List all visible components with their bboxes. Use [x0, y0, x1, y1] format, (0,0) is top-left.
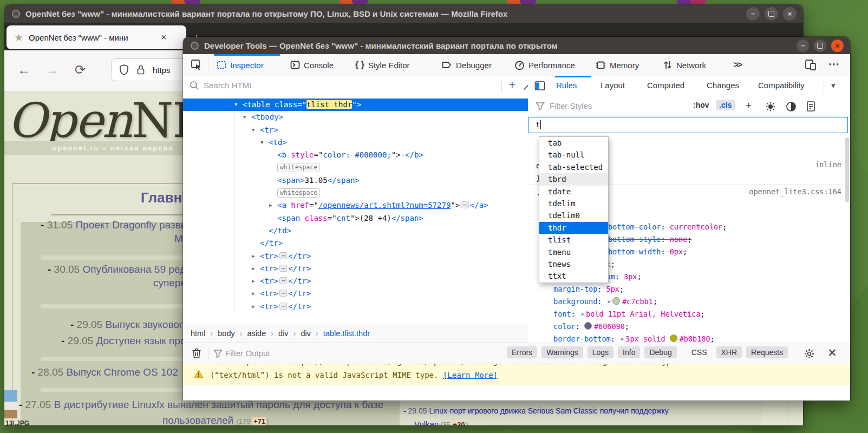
tab-console[interactable]: Console: [290, 54, 334, 76]
news-link[interactable]: Vulkan: [414, 419, 439, 425]
tab-performance[interactable]: Performance: [514, 54, 575, 76]
maximize-button[interactable]: [765, 7, 778, 21]
sidebar-tab-computed[interactable]: Computed: [647, 81, 684, 90]
devtools-menu-icon[interactable]: ⋯: [828, 57, 839, 70]
sidebar-tabs-dropdown-icon[interactable]: ▾: [831, 81, 836, 90]
browser-tab[interactable]: ★ OpenNet без "www" - мини ×: [6, 25, 186, 49]
shield-icon[interactable]: [119, 64, 129, 75]
expand-icon[interactable]: ▶: [252, 287, 254, 300]
autocomplete-item[interactable]: tab-null: [539, 149, 608, 161]
tab-inspector[interactable]: Inspector: [217, 54, 264, 76]
search-html-input[interactable]: Search HTML: [204, 81, 254, 90]
autocomplete-item[interactable]: tdate: [539, 186, 608, 198]
console-filter-errors[interactable]: Errors: [507, 346, 537, 358]
console-settings-gear-icon[interactable]: [804, 348, 815, 359]
breadcrumb-item[interactable]: table.tlist.thdr: [323, 329, 370, 338]
rule-source-link[interactable]: opennet_lite3.css:164: [749, 187, 841, 196]
inline-ellipsis-badge[interactable]: ⋯: [461, 201, 469, 208]
tab-memory[interactable]: Memory: [596, 54, 639, 76]
console-filter-info[interactable]: Info: [618, 346, 640, 358]
autocomplete-item[interactable]: tbrd: [539, 173, 608, 185]
expand-icon[interactable]: ▶: [252, 300, 254, 313]
css-rule-line[interactable]: color: #606090;: [553, 321, 629, 333]
console-filter-warnings[interactable]: Warnings: [541, 346, 583, 358]
news-item-line[interactable]: - 28.05 Выпуск Chrome OS 102: [31, 366, 178, 378]
tab-debugger[interactable]: Debugger: [442, 54, 492, 76]
autocomplete-item[interactable]: tab-selected: [539, 161, 608, 173]
add-node-icon[interactable]: +: [509, 79, 515, 91]
toggle-pane-icon[interactable]: [534, 81, 545, 91]
filter-styles-input[interactable]: Filter Styles: [550, 101, 592, 110]
add-rule-icon[interactable]: +: [746, 100, 752, 111]
sidebar-tab-rules[interactable]: Rules: [556, 81, 577, 90]
console-filter-xhr[interactable]: XHR: [716, 346, 742, 358]
autocomplete-item[interactable]: tnews: [539, 258, 608, 270]
close-button[interactable]: ×: [783, 7, 797, 21]
news-link[interactable]: Выпуск звукового: [105, 319, 188, 330]
minimize-button[interactable]: −: [797, 40, 809, 52]
news-thumbnail-image[interactable]: [4, 390, 17, 418]
dark-theme-icon[interactable]: [786, 101, 797, 112]
breadcrumb-item[interactable]: div: [278, 329, 289, 338]
expand-icon[interactable]: ▶: [252, 263, 254, 275]
rules-scrollbar[interactable]: [845, 137, 849, 202]
overflow-chevron-icon[interactable]: >>: [733, 60, 741, 70]
autocomplete-item[interactable]: tlist: [539, 234, 608, 246]
print-simulation-icon[interactable]: [806, 101, 815, 112]
collapse-icon[interactable]: ▼: [260, 136, 263, 149]
rule-source-link[interactable]: inline: [815, 160, 841, 169]
autocomplete-item[interactable]: tdelim: [539, 198, 608, 209]
lock-icon[interactable]: [136, 64, 145, 75]
breadcrumb-item[interactable]: div: [301, 329, 311, 338]
console-filter-requests[interactable]: Requests: [746, 346, 788, 358]
color-swatch[interactable]: [670, 334, 677, 342]
reload-button[interactable]: ⟳: [75, 62, 86, 77]
learn-more-link[interactable]: [Learn More]: [443, 371, 498, 379]
news-link[interactable]: Linux-порт игрового движка Serious Sam C…: [429, 406, 669, 415]
inline-ellipsis-badge[interactable]: ⋯: [279, 265, 288, 272]
news-item-line[interactable]: - 29.05 Выпуск звукового: [70, 319, 188, 331]
news-item-line[interactable]: - 27.05 В дистрибутиве Linuxfx выявлен з…: [19, 399, 383, 411]
console-filter-debug[interactable]: Debug: [644, 346, 676, 358]
css-rule-line[interactable]: border-bottom: ▶3px solid #b0b100;: [553, 333, 715, 343]
sidebar-tab-changes[interactable]: Changes: [707, 81, 739, 90]
collapse-icon[interactable]: ▼: [243, 111, 246, 123]
firefox-titlebar[interactable]: OpenNet без "www" - минималистский вариа…: [4, 4, 803, 23]
responsive-design-icon[interactable]: [805, 59, 817, 71]
add-class-input[interactable]: t: [528, 117, 848, 133]
markup-row[interactable]: ▼<table class="tlist thdr">: [183, 99, 528, 111]
sidebar-tab-layout[interactable]: Layout: [601, 81, 625, 90]
maximize-button[interactable]: [814, 40, 826, 52]
expand-value-icon[interactable]: ▶: [621, 336, 624, 342]
autocomplete-item[interactable]: ttxt: [539, 270, 608, 282]
inline-ellipsis-badge[interactable]: ⋯: [279, 277, 288, 284]
close-button[interactable]: ×: [831, 40, 844, 52]
back-button[interactable]: ←: [17, 62, 30, 77]
expand-icon[interactable]: ▶: [269, 199, 272, 212]
breadcrumb-item[interactable]: html: [191, 329, 205, 338]
close-split-console-icon[interactable]: ✕: [827, 346, 837, 359]
expand-icon[interactable]: ▶: [252, 250, 254, 263]
inline-ellipsis-badge[interactable]: ⋯: [279, 303, 288, 310]
news-link[interactable]: Выпуск Chrome OS 102: [66, 366, 178, 378]
autocomplete-item[interactable]: tab: [539, 137, 608, 149]
news-item-line[interactable]: - 29.05 Linux-порт игрового движка Serio…: [403, 406, 669, 415]
css-rule-line[interactable]: margin-top: 5px;: [553, 284, 624, 296]
news-item-line[interactable]: пользователей (179 +71): [162, 415, 269, 425]
console-filter-css[interactable]: CSS: [687, 346, 712, 358]
pick-element-icon[interactable]: [191, 59, 203, 71]
light-theme-icon[interactable]: [765, 101, 776, 112]
filter-output-input[interactable]: Filter Output: [225, 349, 270, 358]
color-swatch[interactable]: [612, 297, 620, 305]
autocomplete-item[interactable]: tdelim0: [539, 209, 608, 221]
css-rule-line[interactable]: font: ▶bold 11pt Arial, Helvetica;: [553, 309, 705, 321]
tab-network[interactable]: Network: [663, 54, 706, 76]
news-item-line[interactable]: Vulkan (35 +20): [414, 419, 468, 425]
css-rule-line[interactable]: background: ▶#c7cbb1;: [553, 296, 657, 309]
tab-style-editor[interactable]: { } Style Editor: [355, 54, 410, 76]
breadcrumb-item[interactable]: aside: [247, 329, 266, 338]
expand-value-icon[interactable]: ▶: [608, 299, 611, 304]
forward-button[interactable]: →: [45, 62, 58, 77]
autocomplete-item[interactable]: thdr: [539, 222, 608, 234]
collapse-icon[interactable]: ▼: [252, 124, 254, 136]
